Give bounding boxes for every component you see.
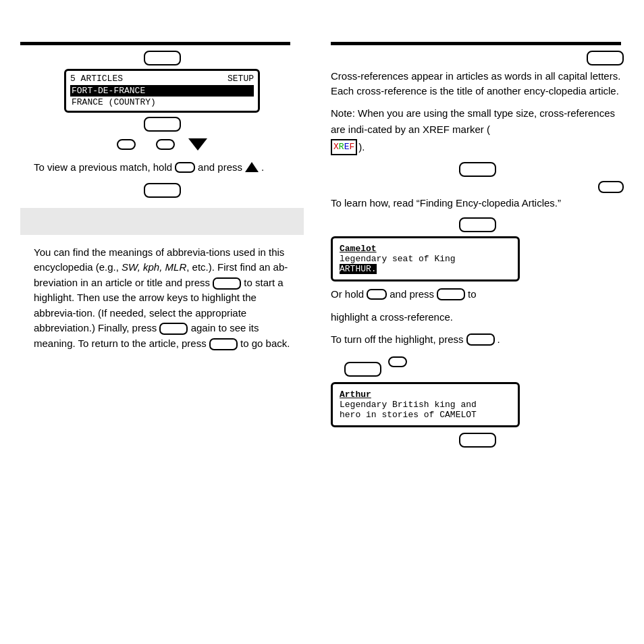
right-bottom-btn-row	[331, 433, 624, 448]
abbrev-para: You can find the meanings of abbrevia-ti…	[34, 245, 290, 352]
prev-match-text1: To view a previous match, hold	[34, 159, 172, 176]
arthur-line2: hero in stories of CAMELOT	[340, 410, 511, 420]
highlight-cross-ref-para: highlight a cross-reference.	[331, 310, 624, 325]
cross-ref-para-2: Note: When you are using the small type …	[331, 105, 624, 156]
cross-ref-para-1: Cross-references appear in articles as w…	[331, 69, 624, 99]
turn-off-button-ref	[466, 333, 495, 346]
or-hold-text: Or hold	[331, 286, 364, 303]
center-button-1[interactable]	[144, 183, 181, 198]
find-how-para: To learn how, read “Finding Ency-clopedi…	[331, 196, 624, 211]
or-hold-button-ref	[367, 289, 387, 300]
lcd-row-2: FRANCE (COUNTRY)	[70, 97, 254, 108]
to-text: to	[468, 286, 477, 303]
camelot-arthur: ARTHUR.	[340, 264, 377, 274]
center-button-row-1	[34, 183, 290, 198]
or-hold-para: Or hold and press to	[331, 286, 624, 303]
right-top-btn-row	[331, 51, 624, 65]
up-arrow-icon	[245, 162, 259, 172]
right-mid-btn-1	[331, 162, 624, 177]
top-button-1[interactable]	[144, 51, 181, 65]
cross-ref-text-1: Cross-references appear in articles as w…	[331, 70, 620, 97]
shaded-band	[20, 208, 304, 235]
camelot-line1: legendary seat of King	[340, 254, 511, 264]
abbrev-italic: SW, kph, MLR	[122, 261, 186, 273]
nav-row	[117, 138, 207, 151]
turn-off-text: To turn off the highlight, press	[331, 331, 464, 348]
lcd-row-1: FORT-DE-FRANCE	[70, 85, 254, 97]
right-top-button[interactable]	[587, 51, 624, 65]
and-press-text: and press	[390, 286, 434, 303]
small-button[interactable]	[156, 139, 175, 150]
right-side-button[interactable]	[598, 181, 624, 193]
lcd-screen: 5 ARTICLES SETUP FORT-DE-FRANCE FRANCE (…	[64, 69, 260, 113]
bottom-button-1[interactable]	[344, 362, 381, 377]
right-center-button-2[interactable]	[459, 217, 496, 232]
right-center-button-1[interactable]	[459, 162, 496, 177]
turn-off-period: .	[498, 331, 500, 348]
prev-match-and-press: and press	[198, 159, 242, 176]
prev-match-para: To view a previous match, hold and press…	[34, 159, 290, 176]
camelot-highlight: ARTHUR.	[340, 264, 511, 274]
right-bottom-center-button[interactable]	[459, 433, 496, 448]
bottom-button-2[interactable]	[388, 356, 407, 367]
arthur-box: Arthur Legendary British king and hero i…	[331, 382, 520, 427]
left-button[interactable]	[117, 139, 136, 150]
button-below-screen[interactable]	[144, 117, 181, 132]
lcd-header: 5 ARTICLES SETUP	[70, 74, 254, 84]
right-mid-btn-2	[331, 217, 624, 232]
back-button-ref	[209, 338, 238, 350]
hold-button-ref	[175, 162, 195, 173]
meaning-button-ref	[159, 323, 188, 335]
find-how-text: To learn how, read “Finding Ency-clopedi…	[331, 197, 561, 209]
highlight-button-ref	[213, 277, 241, 290]
articles-count: 5 ARTICLES	[70, 74, 123, 84]
abbrev-text-5: to go back.	[238, 338, 290, 349]
cross-ref-note-text: Note: When you are using the small type …	[331, 105, 624, 138]
highlight-cross-ref-text: highlight a cross-reference.	[331, 311, 453, 323]
camelot-title: Camelot	[340, 244, 511, 254]
left-panel: 5 ARTICLES SETUP FORT-DE-FRANCE FRANCE (…	[0, 0, 311, 644]
period: .	[261, 159, 264, 176]
top-section: 5 ARTICLES SETUP FORT-DE-FRANCE FRANCE (…	[34, 51, 290, 151]
right-panel: Cross-references appear in articles as w…	[311, 0, 644, 644]
below-screen-buttons	[117, 117, 207, 151]
camelot-box: Camelot legendary seat of King ARTHUR.	[331, 236, 520, 281]
down-arrow-icon[interactable]	[188, 138, 207, 151]
setup-label: SETUP	[227, 74, 254, 84]
xref-marker: XREF	[331, 139, 357, 156]
arthur-title: Arthur	[340, 390, 511, 400]
turn-off-para: To turn off the highlight, press .	[331, 331, 624, 348]
arthur-line1: Legendary British king and	[340, 400, 511, 410]
press-button-ref	[437, 288, 465, 300]
bottom-btns-row	[331, 355, 624, 377]
